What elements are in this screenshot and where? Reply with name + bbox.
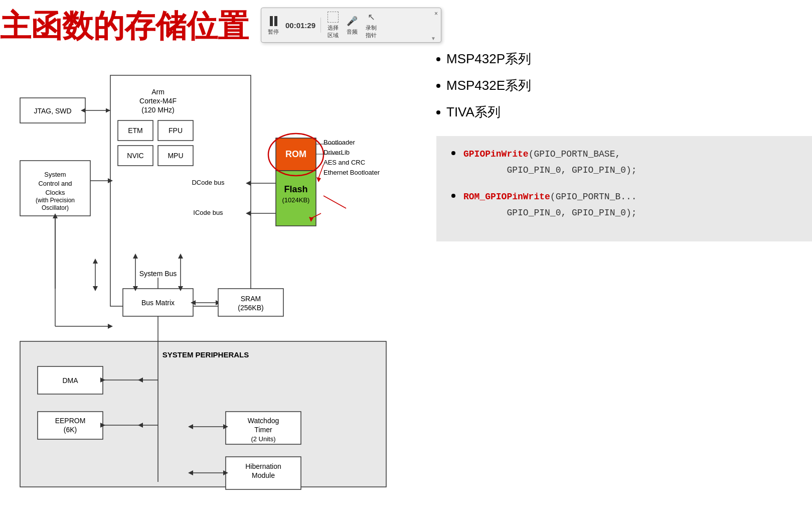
pause-button[interactable]: 暂停 bbox=[266, 15, 280, 36]
svg-text:ROM: ROM bbox=[285, 149, 306, 159]
svg-text:Control and: Control and bbox=[38, 180, 72, 187]
bullet-dot bbox=[436, 84, 440, 88]
recording-toolbar: × 暂停 00:01:29 选择区域 🎤 音频 ↖ 录制指针 ▼ bbox=[261, 8, 441, 43]
list-item-msp432e: MSP432E系列 bbox=[436, 77, 812, 94]
code-line2-2 bbox=[463, 208, 507, 218]
svg-text:(6K): (6K) bbox=[64, 426, 77, 434]
svg-text:ICode bus: ICode bus bbox=[193, 209, 223, 216]
page-title: 主函数的存储位置 bbox=[0, 5, 249, 47]
code-item-2: ROM_GPIOPinWrite(GPIO_PORTN_B... GPIO_PI… bbox=[451, 189, 797, 221]
select-label: 选择区域 bbox=[328, 24, 339, 39]
list-item-msp432p: MSP432P系列 bbox=[436, 50, 812, 68]
svg-text:(2 Units): (2 Units) bbox=[251, 435, 275, 443]
code-args2-2: GPIO_PIN_0, GPIO_PIN_0); bbox=[507, 208, 636, 218]
svg-text:SYSTEM PERIPHERALS: SYSTEM PERIPHERALS bbox=[163, 350, 249, 359]
pause-label: 暂停 bbox=[268, 28, 279, 36]
svg-text:(1024KB): (1024KB) bbox=[282, 196, 310, 204]
svg-text:Clocks: Clocks bbox=[45, 189, 65, 196]
svg-marker-62 bbox=[108, 324, 113, 329]
svg-text:DCode bus: DCode bus bbox=[192, 179, 225, 186]
svg-text:NVIC: NVIC bbox=[127, 152, 143, 160]
svg-text:Flash: Flash bbox=[284, 184, 307, 194]
audio-button[interactable]: 🎤 音频 bbox=[345, 15, 359, 36]
svg-text:FPU: FPU bbox=[169, 126, 183, 135]
close-icon[interactable]: × bbox=[434, 10, 438, 17]
code-args-2: (GPIO_PORTN_B... bbox=[550, 192, 637, 202]
record-button[interactable]: ↖ 录制指针 bbox=[364, 11, 378, 39]
svg-text:DriverLib: DriverLib bbox=[323, 149, 350, 156]
svg-text:JTAG, SWD: JTAG, SWD bbox=[34, 107, 71, 115]
svg-text:(with Precision: (with Precision bbox=[36, 197, 75, 204]
code-block: GPIOPinWrite(GPIO_PORTN_BASE, GPIO_PIN_0… bbox=[436, 136, 812, 241]
svg-text:Watchdog: Watchdog bbox=[248, 417, 279, 425]
bullet-dot bbox=[436, 110, 440, 114]
svg-text:SRAM: SRAM bbox=[241, 295, 261, 303]
svg-marker-96 bbox=[93, 286, 98, 291]
code-text-1: GPIOPinWrite(GPIO_PORTN_BASE, GPIO_PIN_0… bbox=[463, 146, 637, 179]
svg-text:Timer: Timer bbox=[254, 426, 272, 434]
timer-display: 00:01:29 bbox=[285, 21, 315, 30]
divider bbox=[320, 18, 321, 33]
bullet-dot bbox=[436, 57, 440, 61]
msp432e-label: MSP432E系列 bbox=[446, 77, 531, 94]
svg-text:DMA: DMA bbox=[62, 376, 78, 385]
code-bullet-dot bbox=[451, 151, 455, 155]
select-area-button[interactable]: 选择区域 bbox=[326, 11, 340, 39]
svg-text:Oscillator): Oscillator) bbox=[42, 204, 69, 211]
svg-line-40 bbox=[323, 196, 346, 208]
svg-text:MPU: MPU bbox=[168, 152, 183, 160]
svg-text:System Bus: System Bus bbox=[139, 270, 177, 278]
svg-text:System: System bbox=[44, 171, 66, 178]
svg-text:Arm: Arm bbox=[151, 88, 165, 96]
list-item-tiva: TIVA系列 bbox=[436, 103, 812, 121]
code-line2-1 bbox=[463, 165, 507, 175]
svg-text:(120 MHz): (120 MHz) bbox=[141, 106, 174, 114]
svg-text:ETM: ETM bbox=[128, 126, 143, 135]
code-args-1: (GPIO_PORTN_BASE, bbox=[529, 149, 621, 159]
svg-text:Bus Matrix: Bus Matrix bbox=[141, 299, 175, 307]
right-content: MSP432P系列 MSP432E系列 TIVA系列 GPIOPinWrite(… bbox=[436, 50, 812, 241]
code-keyword-2: ROM_GPIOPinWrite bbox=[463, 192, 550, 202]
svg-text:Module: Module bbox=[252, 471, 275, 479]
svg-text:Bootloader: Bootloader bbox=[323, 139, 356, 146]
diagram-area: JTAG, SWD Arm Cortex-M4F (120 MHz) ETM F… bbox=[10, 60, 401, 497]
svg-marker-95 bbox=[93, 259, 98, 264]
expand-arrow[interactable]: ▼ bbox=[431, 36, 436, 41]
svg-text:EEPROM: EEPROM bbox=[55, 417, 86, 425]
svg-text:Ethernet Bootloater: Ethernet Bootloater bbox=[323, 169, 380, 176]
series-list: MSP432P系列 MSP432E系列 TIVA系列 bbox=[436, 50, 812, 121]
code-text-2: ROM_GPIOPinWrite(GPIO_PORTN_B... GPIO_PI… bbox=[463, 189, 637, 221]
svg-text:(256KB): (256KB) bbox=[238, 304, 263, 312]
svg-text:Cortex-M4F: Cortex-M4F bbox=[139, 97, 177, 105]
mic-icon: 🎤 bbox=[347, 16, 358, 27]
code-args2-1: GPIO_PIN_0, GPIO_PIN_0); bbox=[507, 165, 636, 175]
record-label: 录制指针 bbox=[366, 24, 377, 39]
msp432p-label: MSP432P系列 bbox=[446, 50, 531, 68]
audio-label: 音频 bbox=[347, 28, 358, 36]
code-item-1: GPIOPinWrite(GPIO_PORTN_BASE, GPIO_PIN_0… bbox=[451, 146, 797, 179]
code-keyword-1: GPIOPinWrite bbox=[463, 149, 529, 159]
svg-text:AES and CRC: AES and CRC bbox=[323, 159, 365, 166]
tiva-label: TIVA系列 bbox=[446, 103, 501, 121]
svg-text:Hibernation: Hibernation bbox=[245, 462, 281, 470]
cursor-icon: ↖ bbox=[368, 12, 375, 23]
code-bullet-dot-2 bbox=[451, 194, 455, 198]
svg-marker-39 bbox=[316, 177, 321, 182]
